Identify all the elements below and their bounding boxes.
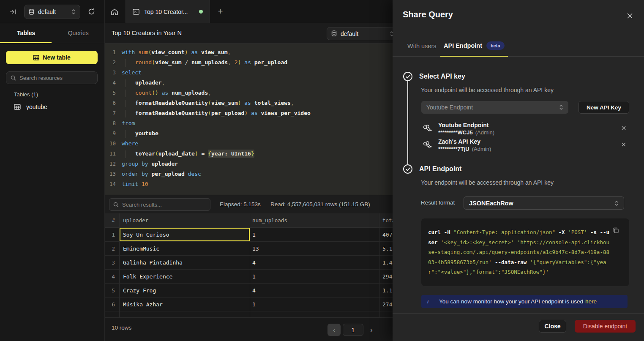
- step1-check-icon: [403, 72, 412, 81]
- code-text: select: [122, 68, 142, 78]
- app-window: default Top 10 Creator...: [0, 0, 644, 341]
- home-icon[interactable]: [109, 7, 120, 17]
- line-number: 3: [105, 68, 116, 78]
- code-line: 11toYear(upload_date) = {year: UInt16}: [105, 149, 393, 159]
- code-line: 13order by per_upload desc: [105, 169, 393, 179]
- cell-num-uploads[interactable]: 1: [250, 228, 379, 241]
- database-icon: [331, 30, 337, 37]
- cell-num-uploads[interactable]: 1: [250, 297, 379, 311]
- query-title: Top 10 Creators in Year N: [112, 30, 182, 36]
- remove-key-icon[interactable]: [620, 125, 627, 131]
- disable-endpoint-button[interactable]: Disable endpoint: [575, 320, 636, 333]
- query-tab[interactable]: Top 10 Creator...: [126, 0, 210, 23]
- notice-here-link[interactable]: here: [585, 298, 597, 305]
- step2-subtitle: Your endpoint will be accessed through a…: [421, 179, 554, 186]
- results-footer: 10 rows ‹ 1 ›: [105, 317, 393, 341]
- notice-banner: i You can now monitor how your your API …: [421, 295, 628, 308]
- indent-guide: [125, 150, 135, 158]
- cell-row-number[interactable]: 3: [105, 256, 120, 269]
- rows-count: 10 rows: [112, 325, 131, 331]
- sql-editor[interactable]: 1with sum(view_count) as view_sum,2round…: [105, 44, 393, 195]
- pagination-current-page[interactable]: 1: [343, 324, 363, 336]
- cell-uploader[interactable]: Galinha Pintadinha: [120, 256, 250, 269]
- api-key-item: Zach's API Key*********7TjU(Admin): [421, 137, 629, 154]
- new-api-key-button[interactable]: New API Key: [579, 101, 629, 114]
- cell-total-views[interactable]: 5.1: [379, 242, 393, 255]
- database-selector[interactable]: default: [24, 5, 80, 19]
- cell-row-number[interactable]: 5: [105, 284, 120, 297]
- cell-total-views[interactable]: 294: [379, 270, 393, 283]
- code-line: 7formatReadableQuantity(per_upload) as v…: [105, 108, 393, 118]
- line-number: 12: [105, 159, 116, 169]
- line-number: 10: [105, 139, 116, 149]
- active-tab-underline: [0, 42, 52, 43]
- search-resources-input[interactable]: [19, 75, 93, 81]
- api-key-role: (Admin): [472, 146, 491, 152]
- cell-uploader[interactable]: Músika Azhar: [120, 297, 250, 311]
- code-text: group by uploader: [122, 159, 178, 169]
- collapse-sidebar-icon[interactable]: [8, 7, 18, 16]
- api-keys-icon: [422, 140, 433, 151]
- api-key-select[interactable]: Youtube Endpoint: [421, 101, 568, 114]
- line-number: 4: [105, 78, 116, 88]
- close-icon[interactable]: [625, 11, 634, 20]
- cell-uploader[interactable]: Soy Un Curioso: [120, 228, 250, 241]
- cell-uploader[interactable]: EminemMusic: [120, 242, 250, 255]
- search-results-field[interactable]: [109, 198, 210, 211]
- tab-api-endpoint-label: API Endpoint: [444, 42, 482, 49]
- code-text: order by per_upload desc: [122, 169, 201, 179]
- cell-uploader[interactable]: Folk Experience: [120, 270, 250, 283]
- indent-guide: [125, 79, 135, 87]
- api-key-masked: *********7TjU(Admin): [438, 146, 491, 152]
- cell-uploader[interactable]: Crazy Frog: [120, 284, 250, 297]
- result-format-select[interactable]: JSONEachRow: [464, 196, 624, 210]
- line-number: 11: [105, 149, 116, 159]
- search-icon: [11, 75, 16, 81]
- cell-num-uploads[interactable]: 4: [250, 256, 379, 269]
- code-text: uploader,: [122, 78, 165, 88]
- panel-footer-divider: [393, 313, 644, 314]
- cell-total-views[interactable]: 407: [379, 228, 393, 241]
- column-header-total-views[interactable]: total_views: [379, 213, 393, 227]
- column-header-index[interactable]: #: [105, 213, 120, 227]
- new-table-button[interactable]: New table: [6, 51, 98, 64]
- tab-with-users[interactable]: With users: [407, 35, 437, 57]
- cell-row-number[interactable]: 1: [105, 228, 120, 241]
- stepper-line: [407, 81, 408, 164]
- editor-database-selector[interactable]: default: [327, 27, 393, 40]
- new-tab-button[interactable]: +: [215, 6, 226, 17]
- api-key-name: Zach's API Key: [438, 138, 480, 145]
- cell-total-views[interactable]: 1.4: [379, 256, 393, 269]
- copy-icon[interactable]: [612, 227, 620, 235]
- line-number: 9: [105, 128, 116, 139]
- code-line: 10where: [105, 139, 393, 149]
- pagination-prev-button[interactable]: ‹: [327, 324, 341, 336]
- notice-text: You can now monitor how your your API en…: [439, 298, 597, 305]
- cell-row-number[interactable]: 2: [105, 242, 120, 255]
- cell-row-number[interactable]: 4: [105, 270, 120, 283]
- search-results-input[interactable]: [122, 202, 206, 208]
- tab-api-endpoint[interactable]: API Endpoint beta: [440, 35, 508, 57]
- code-line: 14limit 10: [105, 179, 393, 189]
- cell-num-uploads[interactable]: 13: [250, 242, 379, 255]
- cell-total-views[interactable]: 1.1: [379, 284, 393, 297]
- chevron-updown-icon: [390, 31, 393, 37]
- close-button[interactable]: Close: [539, 320, 566, 333]
- column-header-num-uploads[interactable]: num_uploads: [250, 213, 379, 227]
- search-resources-field[interactable]: [6, 71, 98, 84]
- results-toolbar: Elapsed: 5.153s Read: 4,557,605,031 rows…: [105, 195, 393, 213]
- cell-total-views[interactable]: 274: [379, 297, 393, 311]
- tab-tables[interactable]: Tables: [0, 23, 52, 43]
- remove-key-icon[interactable]: [620, 141, 627, 148]
- line-number: 8: [105, 118, 116, 128]
- cell-num-uploads[interactable]: 4: [250, 284, 379, 297]
- cell-num-uploads[interactable]: 1: [250, 270, 379, 283]
- code-text: count() as num_uploads,: [122, 88, 211, 98]
- cell-row-number[interactable]: 6: [105, 297, 120, 311]
- terminal-icon: [133, 9, 139, 15]
- refresh-icon[interactable]: [86, 6, 96, 16]
- column-header-uploader[interactable]: uploader: [120, 213, 250, 227]
- tab-queries[interactable]: Queries: [52, 23, 105, 43]
- sidebar-item-youtube-table[interactable]: youtube: [8, 101, 98, 113]
- pagination-next-button[interactable]: ›: [366, 324, 377, 336]
